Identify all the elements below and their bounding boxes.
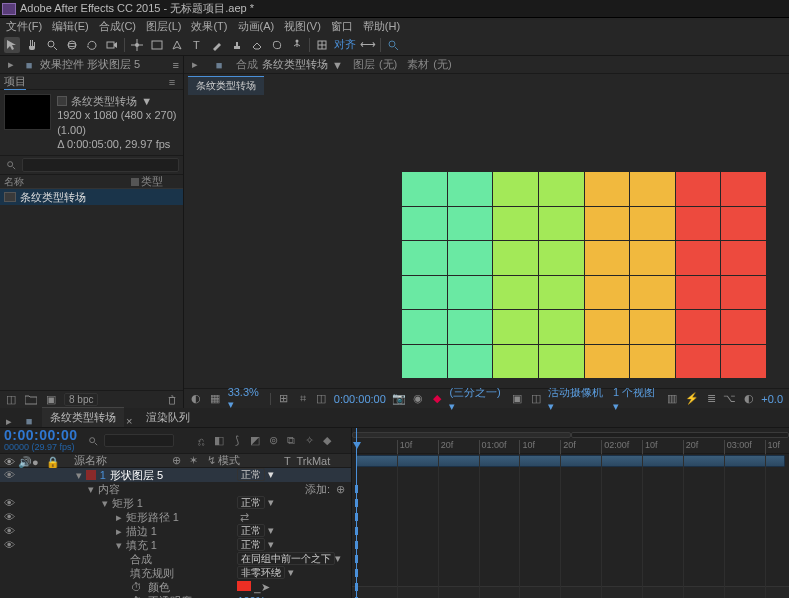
menu-effect[interactable]: 效果(T) — [187, 19, 231, 34]
switches-icon[interactable]: ↯ — [204, 455, 218, 467]
eye-icon[interactable]: 👁 — [4, 512, 14, 522]
tab-close-icon[interactable]: × — [126, 415, 132, 427]
graph-editor-icon[interactable]: ⧉ — [284, 435, 298, 447]
orbit-tool-icon[interactable] — [64, 37, 80, 53]
property-row[interactable]: ⏱ 颜色 ⎯➤ — [0, 580, 351, 594]
eye-icon[interactable]: 👁 — [4, 540, 14, 550]
menu-help[interactable]: 帮助(H) — [359, 19, 404, 34]
time-ruler[interactable]: 10f20f01:00f10f20f02:00f10f20f03:00f10f — [352, 428, 789, 454]
switches-icon[interactable]: ⊕ — [170, 455, 184, 467]
channel-icon[interactable]: ◆ — [431, 393, 444, 405]
search-icon[interactable] — [86, 435, 100, 447]
twirl-icon[interactable]: ▾ — [88, 483, 94, 496]
audio-col-icon[interactable]: 🔊 — [18, 456, 28, 466]
lock-col-icon[interactable]: 🔒 — [46, 456, 56, 466]
crumb-layer[interactable]: 图层 (无) — [353, 57, 397, 72]
col-name[interactable]: 名称 — [4, 175, 131, 189]
layer-bar[interactable] — [356, 455, 785, 467]
menu-file[interactable]: 文件(F) — [2, 19, 46, 34]
text-tool-icon[interactable]: T — [189, 37, 205, 53]
motion-blur-icon[interactable]: ⊚ — [266, 435, 280, 447]
menu-window[interactable]: 窗口 — [327, 19, 357, 34]
property-row[interactable]: ⏱ 不透明度 100% — [0, 594, 351, 598]
composite-select[interactable]: 在同组中前一个之下 — [237, 552, 335, 565]
playhead[interactable] — [356, 428, 357, 598]
solo-col-icon[interactable]: ● — [32, 456, 42, 466]
new-comp-icon[interactable]: ▣ — [44, 394, 58, 406]
exposure-reset-icon[interactable]: ◐ — [742, 393, 755, 405]
add-shape-icon[interactable]: ⊕ — [333, 483, 347, 495]
timeline-search-input[interactable] — [104, 434, 174, 447]
draft3d-icon[interactable]: ◧ — [212, 435, 226, 447]
comp-mini-flowchart-icon[interactable]: ⎌ — [194, 435, 208, 447]
timecode[interactable]: 0:00:00:00 00000 (29.97 fps) — [4, 428, 78, 453]
property-row[interactable]: 合成 在同组中前一个之下▾ — [0, 552, 351, 566]
col-sourcename[interactable]: 源名称 — [74, 454, 107, 466]
effect-controls-header[interactable]: ▸ ■ 效果控件 形状图层 5 ≡ — [0, 56, 183, 74]
puppet-tool-icon[interactable] — [289, 37, 305, 53]
auto-keyframe-icon[interactable]: ◆ — [320, 435, 334, 447]
render-queue-tab[interactable]: 渲染队列 — [138, 408, 198, 427]
switches-icon[interactable]: ✶ — [187, 455, 201, 467]
twirl-icon[interactable]: ▸ — [116, 511, 122, 524]
pen-tool-icon[interactable] — [169, 37, 185, 53]
snapping-toggle-icon[interactable] — [314, 37, 330, 53]
time-navigator[interactable] — [571, 432, 790, 438]
roi-icon[interactable]: ▣ — [511, 393, 524, 405]
col-type[interactable]: 类型 — [131, 174, 179, 189]
property-row[interactable]: ▾内容 添加: ⊕ — [0, 482, 351, 496]
camera-tool-icon[interactable] — [104, 37, 120, 53]
property-row[interactable]: 👁 ▸矩形路径 1 ⇄ — [0, 510, 351, 524]
project-search-input[interactable] — [22, 158, 179, 172]
anchor-tool-icon[interactable] — [129, 37, 145, 53]
zoom-tool-icon[interactable] — [44, 37, 60, 53]
composition-viewer[interactable] — [184, 95, 789, 388]
safe-zones-icon[interactable]: ⌗ — [296, 393, 309, 405]
menu-view[interactable]: 视图(V) — [280, 19, 325, 34]
comp-thumbnail[interactable] — [4, 94, 51, 130]
trash-icon[interactable] — [165, 394, 179, 406]
video-col-icon[interactable]: 👁 — [4, 456, 14, 466]
crumb-comp[interactable]: 合成 条纹类型转场 ▼ — [236, 57, 343, 72]
stopwatch-icon[interactable]: ⏱ — [130, 581, 144, 593]
property-row[interactable]: 👁 ▸描边 1 正常 ▾ — [0, 524, 351, 538]
layer-color-chip[interactable] — [86, 470, 96, 480]
comp-tab[interactable]: 条纹类型转场 — [188, 76, 264, 95]
panel-menu-icon[interactable]: ≡ — [165, 76, 179, 88]
search-help-icon[interactable] — [385, 37, 401, 53]
menu-edit[interactable]: 编辑(E) — [48, 19, 93, 34]
pixel-aspect-icon[interactable]: ▥ — [666, 393, 679, 405]
menu-composition[interactable]: 合成(C) — [95, 19, 140, 34]
stamp-tool-icon[interactable] — [229, 37, 245, 53]
property-row[interactable]: 👁 ▾矩形 1 正常 ▾ — [0, 496, 351, 510]
layer-row[interactable]: 👁 ▾1 形状图层 5 正常 ▾ — [0, 468, 351, 482]
interpret-footage-icon[interactable]: ◫ — [4, 394, 18, 406]
twirl-icon[interactable]: ▾ — [76, 469, 82, 482]
twirl-icon[interactable]: ▸ — [116, 525, 122, 538]
snapping-label[interactable]: 对齐 — [334, 37, 356, 52]
show-snapshot-icon[interactable]: ◉ — [412, 393, 425, 405]
frame-blend-icon[interactable]: ◩ — [248, 435, 262, 447]
blend-mode-select[interactable]: 正常 — [237, 496, 265, 509]
blend-mode-select[interactable]: 正常 — [237, 524, 265, 537]
track-area[interactable] — [352, 454, 789, 598]
eye-icon[interactable]: 👁 — [4, 526, 14, 536]
exposure-value[interactable]: +0.0 — [761, 393, 783, 405]
snapshot-icon[interactable]: 📷 — [392, 393, 406, 405]
brainstorm-icon[interactable]: ✧ — [302, 435, 316, 447]
mask-toggle-icon[interactable]: ◫ — [315, 393, 328, 405]
property-row[interactable]: 👁 ▾填充 1 正常 ▾ — [0, 538, 351, 552]
eraser-tool-icon[interactable] — [249, 37, 265, 53]
twirl-icon[interactable]: ▾ — [116, 539, 122, 552]
hand-tool-icon[interactable] — [24, 37, 40, 53]
rotate-tool-icon[interactable] — [84, 37, 100, 53]
blend-mode-select[interactable]: 正常 — [237, 468, 265, 481]
time-navigator[interactable] — [352, 432, 571, 438]
flowchart-icon[interactable]: ■ — [212, 59, 226, 71]
color-swatch[interactable] — [237, 581, 251, 591]
menu-layer[interactable]: 图层(L) — [142, 19, 185, 34]
comp-flowchart-icon[interactable]: ■ — [22, 415, 36, 427]
path-direction-icon[interactable]: ⇄ — [237, 511, 251, 523]
snap-group-icon[interactable]: ⟷ — [360, 37, 376, 53]
col-trkmat[interactable]: TrkMat — [296, 455, 330, 467]
